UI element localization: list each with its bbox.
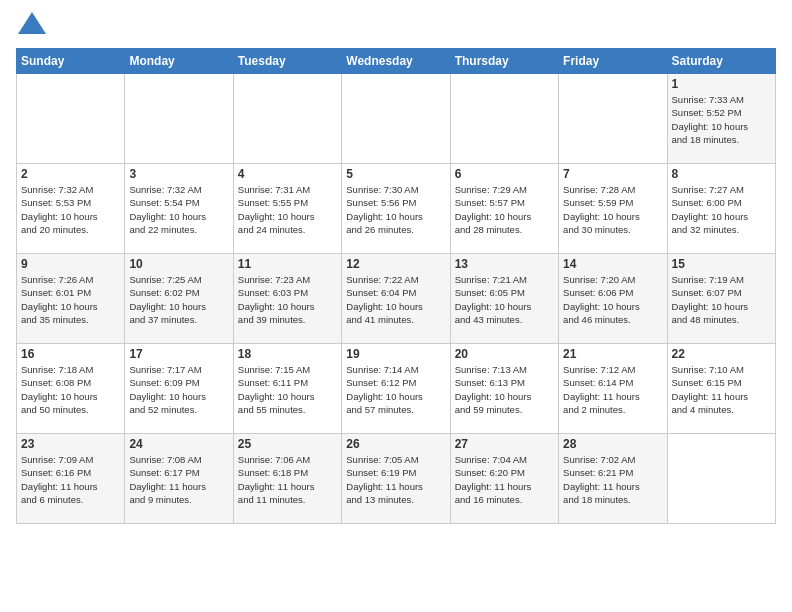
day-info: Sunrise: 7:22 AM Sunset: 6:04 PM Dayligh… (346, 273, 445, 326)
calendar-cell: 10Sunrise: 7:25 AM Sunset: 6:02 PM Dayli… (125, 254, 233, 344)
calendar-cell: 25Sunrise: 7:06 AM Sunset: 6:18 PM Dayli… (233, 434, 341, 524)
calendar-cell: 3Sunrise: 7:32 AM Sunset: 5:54 PM Daylig… (125, 164, 233, 254)
day-info: Sunrise: 7:23 AM Sunset: 6:03 PM Dayligh… (238, 273, 337, 326)
svg-marker-0 (18, 12, 46, 34)
calendar-cell: 28Sunrise: 7:02 AM Sunset: 6:21 PM Dayli… (559, 434, 667, 524)
day-info: Sunrise: 7:33 AM Sunset: 5:52 PM Dayligh… (672, 93, 771, 146)
day-info: Sunrise: 7:32 AM Sunset: 5:54 PM Dayligh… (129, 183, 228, 236)
day-info: Sunrise: 7:30 AM Sunset: 5:56 PM Dayligh… (346, 183, 445, 236)
day-info: Sunrise: 7:13 AM Sunset: 6:13 PM Dayligh… (455, 363, 554, 416)
calendar-cell: 6Sunrise: 7:29 AM Sunset: 5:57 PM Daylig… (450, 164, 558, 254)
day-info: Sunrise: 7:05 AM Sunset: 6:19 PM Dayligh… (346, 453, 445, 506)
day-number: 24 (129, 437, 228, 451)
header-saturday: Saturday (667, 49, 775, 74)
day-number: 6 (455, 167, 554, 181)
header-wednesday: Wednesday (342, 49, 450, 74)
calendar-cell: 11Sunrise: 7:23 AM Sunset: 6:03 PM Dayli… (233, 254, 341, 344)
day-number: 10 (129, 257, 228, 271)
calendar-cell: 21Sunrise: 7:12 AM Sunset: 6:14 PM Dayli… (559, 344, 667, 434)
day-number: 28 (563, 437, 662, 451)
day-info: Sunrise: 7:04 AM Sunset: 6:20 PM Dayligh… (455, 453, 554, 506)
header-monday: Monday (125, 49, 233, 74)
day-number: 8 (672, 167, 771, 181)
calendar-cell: 23Sunrise: 7:09 AM Sunset: 6:16 PM Dayli… (17, 434, 125, 524)
calendar-cell: 5Sunrise: 7:30 AM Sunset: 5:56 PM Daylig… (342, 164, 450, 254)
day-info: Sunrise: 7:26 AM Sunset: 6:01 PM Dayligh… (21, 273, 120, 326)
calendar-cell: 18Sunrise: 7:15 AM Sunset: 6:11 PM Dayli… (233, 344, 341, 434)
day-info: Sunrise: 7:10 AM Sunset: 6:15 PM Dayligh… (672, 363, 771, 416)
calendar-cell (559, 74, 667, 164)
day-info: Sunrise: 7:18 AM Sunset: 6:08 PM Dayligh… (21, 363, 120, 416)
header-tuesday: Tuesday (233, 49, 341, 74)
header-sunday: Sunday (17, 49, 125, 74)
calendar-cell: 8Sunrise: 7:27 AM Sunset: 6:00 PM Daylig… (667, 164, 775, 254)
day-info: Sunrise: 7:06 AM Sunset: 6:18 PM Dayligh… (238, 453, 337, 506)
day-info: Sunrise: 7:27 AM Sunset: 6:00 PM Dayligh… (672, 183, 771, 236)
page-header (16, 16, 776, 38)
day-number: 13 (455, 257, 554, 271)
calendar-cell: 19Sunrise: 7:14 AM Sunset: 6:12 PM Dayli… (342, 344, 450, 434)
day-info: Sunrise: 7:32 AM Sunset: 5:53 PM Dayligh… (21, 183, 120, 236)
calendar-cell: 9Sunrise: 7:26 AM Sunset: 6:01 PM Daylig… (17, 254, 125, 344)
day-info: Sunrise: 7:28 AM Sunset: 5:59 PM Dayligh… (563, 183, 662, 236)
calendar-cell: 12Sunrise: 7:22 AM Sunset: 6:04 PM Dayli… (342, 254, 450, 344)
calendar-cell: 20Sunrise: 7:13 AM Sunset: 6:13 PM Dayli… (450, 344, 558, 434)
calendar-cell (342, 74, 450, 164)
day-number: 18 (238, 347, 337, 361)
calendar-cell: 1Sunrise: 7:33 AM Sunset: 5:52 PM Daylig… (667, 74, 775, 164)
calendar-table: SundayMondayTuesdayWednesdayThursdayFrid… (16, 48, 776, 524)
calendar-week-4: 23Sunrise: 7:09 AM Sunset: 6:16 PM Dayli… (17, 434, 776, 524)
day-number: 12 (346, 257, 445, 271)
day-info: Sunrise: 7:20 AM Sunset: 6:06 PM Dayligh… (563, 273, 662, 326)
day-info: Sunrise: 7:25 AM Sunset: 6:02 PM Dayligh… (129, 273, 228, 326)
calendar-cell (17, 74, 125, 164)
day-number: 5 (346, 167, 445, 181)
calendar-cell: 7Sunrise: 7:28 AM Sunset: 5:59 PM Daylig… (559, 164, 667, 254)
day-number: 25 (238, 437, 337, 451)
day-number: 7 (563, 167, 662, 181)
calendar-cell: 13Sunrise: 7:21 AM Sunset: 6:05 PM Dayli… (450, 254, 558, 344)
day-info: Sunrise: 7:29 AM Sunset: 5:57 PM Dayligh… (455, 183, 554, 236)
day-number: 1 (672, 77, 771, 91)
calendar-cell: 15Sunrise: 7:19 AM Sunset: 6:07 PM Dayli… (667, 254, 775, 344)
day-number: 15 (672, 257, 771, 271)
day-info: Sunrise: 7:17 AM Sunset: 6:09 PM Dayligh… (129, 363, 228, 416)
day-info: Sunrise: 7:14 AM Sunset: 6:12 PM Dayligh… (346, 363, 445, 416)
logo-icon (18, 12, 46, 34)
calendar-cell (450, 74, 558, 164)
day-info: Sunrise: 7:21 AM Sunset: 6:05 PM Dayligh… (455, 273, 554, 326)
day-number: 4 (238, 167, 337, 181)
calendar-cell (125, 74, 233, 164)
day-info: Sunrise: 7:09 AM Sunset: 6:16 PM Dayligh… (21, 453, 120, 506)
calendar-cell: 27Sunrise: 7:04 AM Sunset: 6:20 PM Dayli… (450, 434, 558, 524)
calendar-cell (667, 434, 775, 524)
header-thursday: Thursday (450, 49, 558, 74)
calendar-cell: 17Sunrise: 7:17 AM Sunset: 6:09 PM Dayli… (125, 344, 233, 434)
day-number: 26 (346, 437, 445, 451)
day-number: 9 (21, 257, 120, 271)
logo (16, 16, 46, 38)
calendar-week-3: 16Sunrise: 7:18 AM Sunset: 6:08 PM Dayli… (17, 344, 776, 434)
day-number: 2 (21, 167, 120, 181)
calendar-cell (233, 74, 341, 164)
calendar-cell: 24Sunrise: 7:08 AM Sunset: 6:17 PM Dayli… (125, 434, 233, 524)
day-number: 20 (455, 347, 554, 361)
day-number: 23 (21, 437, 120, 451)
calendar-cell: 22Sunrise: 7:10 AM Sunset: 6:15 PM Dayli… (667, 344, 775, 434)
header-friday: Friday (559, 49, 667, 74)
calendar-cell: 26Sunrise: 7:05 AM Sunset: 6:19 PM Dayli… (342, 434, 450, 524)
day-number: 21 (563, 347, 662, 361)
day-info: Sunrise: 7:31 AM Sunset: 5:55 PM Dayligh… (238, 183, 337, 236)
day-info: Sunrise: 7:15 AM Sunset: 6:11 PM Dayligh… (238, 363, 337, 416)
day-info: Sunrise: 7:02 AM Sunset: 6:21 PM Dayligh… (563, 453, 662, 506)
day-number: 16 (21, 347, 120, 361)
calendar-week-1: 2Sunrise: 7:32 AM Sunset: 5:53 PM Daylig… (17, 164, 776, 254)
day-info: Sunrise: 7:19 AM Sunset: 6:07 PM Dayligh… (672, 273, 771, 326)
day-number: 11 (238, 257, 337, 271)
day-number: 3 (129, 167, 228, 181)
day-number: 17 (129, 347, 228, 361)
day-number: 14 (563, 257, 662, 271)
day-number: 22 (672, 347, 771, 361)
day-number: 27 (455, 437, 554, 451)
calendar-cell: 4Sunrise: 7:31 AM Sunset: 5:55 PM Daylig… (233, 164, 341, 254)
